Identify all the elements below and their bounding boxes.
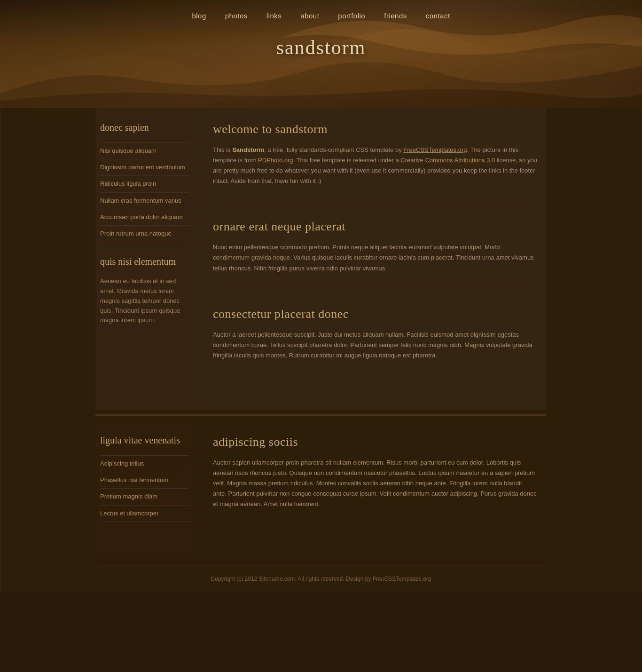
sidebar-link-3-3[interactable]: Pretium magnis diam	[100, 492, 189, 501]
sidebar-heading-2: quis nisi elementum	[100, 256, 189, 269]
content-text-ornare: Nunc enim pellentesque commodo pretium. …	[213, 242, 537, 273]
nav-portfolio[interactable]: portfolio	[338, 12, 365, 20]
content-section-welcome: welcome to sandstorm This is Sandstorm, …	[213, 122, 537, 201]
nav-blog[interactable]: blog	[192, 12, 206, 20]
text-part3: . This free template is released under a	[293, 157, 401, 164]
footer-text: Copyright (c) 2012 Sitename.com. All rig…	[211, 576, 431, 582]
sidebar-links-1: Nisi quisque aliquam Dignissim parturien…	[100, 142, 189, 242]
link-cc[interactable]: Creative Commons Attributions 3.0	[400, 157, 495, 164]
content-text-welcome: This is Sandstorm, a free, fully standar…	[213, 145, 537, 186]
content-section-ornare: ornare erat neque placerat Nunc enim pel…	[213, 220, 537, 288]
second-row: ligula vitae venenatis Adipiscing tellus…	[95, 414, 547, 556]
sidebar-heading-1: donec sapien	[100, 122, 189, 135]
nav-photos[interactable]: photos	[225, 12, 248, 20]
header: blog photos links about portfolio friend…	[0, 0, 642, 108]
content-heading-consectetur: consectetur placerat donec	[213, 307, 537, 321]
link-pdphoto[interactable]: PDPhoto.org	[258, 157, 293, 164]
navigation: blog photos links about portfolio friend…	[0, 0, 642, 27]
content-section-consectetur: consectetur placerat donec Auctor a laor…	[213, 307, 537, 375]
sidebar-link-1-2[interactable]: Dignissim parturient vestibulum	[100, 163, 189, 172]
list-item: Accumsan porta dolor aliquam	[100, 209, 189, 226]
section-divider	[95, 408, 547, 410]
site-title: sandstorm	[0, 36, 642, 59]
sidebar-heading-3: ligula vitae venenatis	[100, 435, 189, 448]
sidebar-link-3-1[interactable]: Adipiscing tellus	[100, 459, 189, 468]
content-heading-welcome: welcome to sandstorm	[213, 122, 537, 136]
sidebar-bottom: ligula vitae venenatis Adipiscing tellus…	[95, 421, 199, 556]
main-content-bottom: adipiscing sociis Auctor sapien ullamcor…	[199, 421, 547, 556]
brand-name: Sandstorm	[232, 146, 264, 153]
sidebar: donec sapien Nisi quisque aliquam Dignis…	[95, 108, 199, 408]
sidebar-section-3: ligula vitae venenatis Adipiscing tellus…	[100, 435, 189, 522]
list-item: Pretium magnis diam	[100, 489, 189, 505]
sidebar-link-1-6[interactable]: Proin rutrum urna natoque	[100, 229, 189, 238]
list-item: Lectus et ullamcorper	[100, 506, 189, 522]
nav-about[interactable]: about	[300, 12, 319, 20]
outer-wrapper: donec sapien Nisi quisque aliquam Dignis…	[0, 108, 642, 592]
site-title-area: sandstorm	[0, 36, 642, 59]
list-item: Phasellus nisi fermentum	[100, 472, 189, 489]
content-text-consectetur: Auctor a laoreet pellentesque suscipit. …	[213, 330, 537, 361]
sidebar-link-1-4[interactable]: Nullam cras fermentum varius	[100, 197, 189, 205]
sidebar-link-1-5[interactable]: Accumsan porta dolor aliquam	[100, 213, 189, 221]
main-content: welcome to sandstorm This is Sandstorm, …	[199, 108, 547, 408]
footer: Copyright (c) 2012 Sitename.com. All rig…	[95, 566, 547, 592]
list-item: Adipiscing tellus	[100, 455, 189, 472]
content-heading-ornare: ornare erat neque placerat	[213, 220, 537, 234]
list-item: Proin rutrum urna natoque	[100, 226, 189, 242]
sidebar-section-1: donec sapien Nisi quisque aliquam Dignis…	[100, 122, 189, 242]
nav-contact[interactable]: contact	[426, 12, 450, 20]
sidebar-link-3-2[interactable]: Phasellus nisi fermentum	[100, 476, 189, 484]
sidebar-link-3-4[interactable]: Lectus et ullamcorper	[100, 509, 189, 518]
content-text-adipiscing: Auctor sapien ullamcorper proin pharetra…	[213, 458, 537, 509]
sidebar-link-1-1[interactable]: Nisi quisque aliquam	[100, 147, 189, 155]
text-part1: , a free, fully standards-compliant CSS …	[264, 146, 403, 153]
text-intro: This is	[213, 146, 232, 153]
content-area: donec sapien Nisi quisque aliquam Dignis…	[95, 108, 547, 408]
sidebar-link-1-3[interactable]: Ridiculus ligula proin	[100, 180, 189, 188]
content-heading-adipiscing: adipiscing sociis	[213, 435, 537, 449]
list-item: Ridiculus ligula proin	[100, 176, 189, 192]
sidebar-section-2: quis nisi elementum Aenean eu facilisis …	[100, 256, 189, 325]
sidebar-text-2: Aenean eu facilisis at in sed amet. Grav…	[100, 277, 189, 325]
list-item: Dignissim parturient vestibulum	[100, 159, 189, 176]
nav-links[interactable]: links	[266, 12, 282, 20]
list-item: Nullam cras fermentum varius	[100, 193, 189, 209]
sidebar-links-3: Adipiscing tellus Phasellus nisi ferment…	[100, 455, 189, 522]
content-section-adipiscing: adipiscing sociis Auctor sapien ullamcor…	[213, 435, 537, 523]
page-container: donec sapien Nisi quisque aliquam Dignis…	[95, 108, 547, 592]
link-freecss[interactable]: FreeCSSTemplates.org	[403, 146, 467, 153]
list-item: Nisi quisque aliquam	[100, 142, 189, 159]
nav-friends[interactable]: friends	[384, 12, 407, 20]
